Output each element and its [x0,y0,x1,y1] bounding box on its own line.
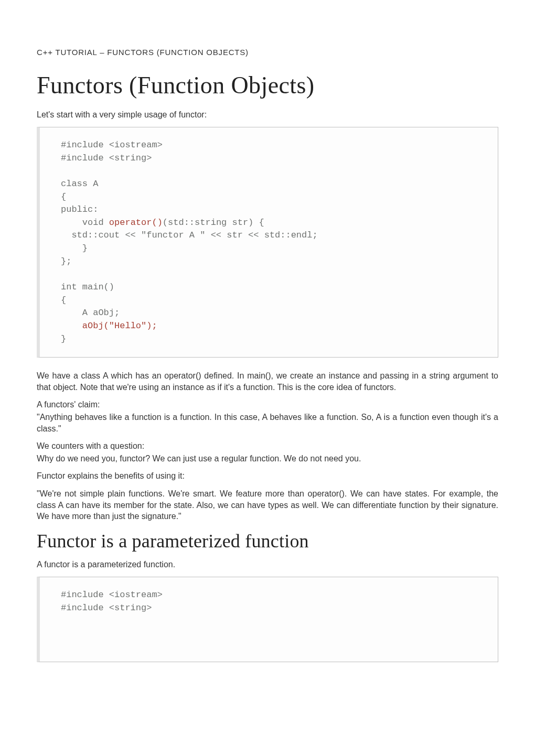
code-line: #include <iostream> [61,140,163,150]
code-line-fragment: (std::string str) { [163,218,264,228]
code-block-2: #include <iostream> #include <string> [37,577,498,662]
code-line: public: [61,204,98,214]
code-line: } [61,243,88,253]
code-line: int main() [61,282,114,292]
code-content: #include <iostream> #include <string> [61,589,487,614]
code-line: { [61,295,66,305]
code-line: #include <string> [61,603,152,613]
code-block-1: #include <iostream> #include <string> cl… [37,127,498,358]
paragraph-explanation: We have a class A which has an operator(… [37,370,498,393]
page-title: Functors (Function Objects) [37,69,498,102]
code-line: std::cout << "functor A " << str << std:… [61,230,318,240]
code-line: }; [61,256,71,266]
code-line: { [61,192,66,202]
section-heading: Functor is a parameterized function [37,528,498,554]
paragraph-counter-label: We counters with a question: [37,440,498,452]
code-line: class A [61,179,98,189]
code-line: A aObj; [61,308,120,318]
paragraph-claim-body: "Anything behaves like a function is a f… [37,412,498,434]
code-call-highlight: aObj("Hello"); [82,321,157,331]
intro-paragraph: Let's start with a very simple usage of … [37,109,498,121]
breadcrumb: C++ TUTORIAL – FUNCTORS (FUNCTION OBJECT… [37,47,498,58]
code-line-fragment: void [61,218,109,228]
code-line: #include <iostream> [61,590,163,600]
code-line: } [61,334,66,344]
paragraph-benefits-body: "We're not simple plain functions. We're… [37,488,498,522]
paragraph-counter-body: Why do we need you, functor? We can just… [37,453,498,465]
code-operator-highlight: operator() [109,218,163,228]
paragraph-claim-label: A functors' claim: [37,399,498,411]
code-content: #include <iostream> #include <string> cl… [61,139,487,345]
code-line-fragment [61,321,82,331]
paragraph-benefits-label: Functor explains the benefits of using i… [37,470,498,482]
code-line: #include <string> [61,153,152,163]
paragraph-parameterized: A functor is a parameterized function. [37,559,498,570]
